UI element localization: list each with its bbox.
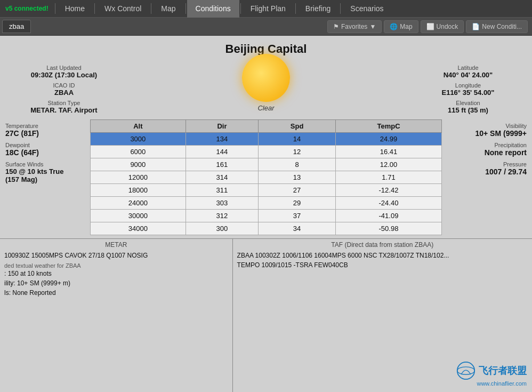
last-updated-value: 09:30Z (17:30 Local) [11,71,117,79]
visibility-value: 10+ SM (9999+ [455,129,527,138]
surface-winds-value: 150 @ 10 kts True [5,167,77,175]
table-row[interactable]: 3000031237-41.09 [91,210,442,222]
watermark-url: www.chinaflier.com [477,380,527,387]
new-condition-icon: 📄 [472,23,480,30]
chevron-down-icon: ▼ [369,23,376,30]
metar-header: METAR [4,241,228,249]
icao-label: ICAO ID [11,82,117,89]
taf-text: ZBAA 100302Z 1006/1106 16004MPS 6000 NSC… [237,251,528,260]
tab-zbaa[interactable]: zbaa [2,20,31,33]
nav-map[interactable]: Map [152,0,184,18]
precipitation-value: None report [455,148,527,157]
wind-table: Alt Dir Spd TempC 30001341424.9960001441… [90,119,442,235]
latitude-value: N40° 04' 24.00" [415,71,521,79]
globe-icon: 🌐 [390,23,398,30]
nav-divider-5 [240,3,241,14]
last-updated-label: Last Updated [11,65,117,71]
nav-divider-7 [340,3,341,14]
dewpoint-value: 18C (64F) [5,148,77,157]
weather-description: Clear [257,104,274,112]
metar-line2: ility: 10+ SM (9999+ m) [4,278,228,288]
taf-panel: TAF (Direct data from station ZBAA) ZBAA… [233,239,532,392]
surface-winds-label: Surface Winds [5,161,77,167]
conditions-left-panel: Temperature 27C (81F) Dewpoint 18C (64F)… [0,116,83,186]
nav-conditions[interactable]: Conditions [187,0,239,18]
longitude-label: Longitude [415,82,521,89]
right-info-panel: Latitude N40° 04' 24.00" Longitude E116°… [415,61,521,114]
table-row[interactable]: 9000161812.00 [91,158,442,171]
surface-winds-mag: (157 Mag) [5,175,77,183]
col-tempc: TempC [335,120,441,133]
map-button[interactable]: 🌐 Map [384,20,418,33]
station-type-label: Station Type [11,100,117,106]
col-alt: Alt [91,120,186,133]
visibility-label: Visibility [455,123,527,129]
wind-table-section: Alt Dir Spd TempC 30001341424.9960001441… [83,116,449,238]
taf-header: TAF (Direct data from station ZBAA) [237,241,528,249]
pressure-value: 1007 / 29.74 [455,167,527,176]
temperature-value: 27C (81F) [5,129,77,138]
table-header-row: Alt Dir Spd TempC [91,120,442,133]
favorites-button[interactable]: ⚑ Favorites ▼ [327,20,382,33]
svg-point-1 [457,367,474,374]
metar-text: 100930Z 15005MPS CAVOK 27/18 Q1007 NOSIG [4,251,228,260]
undock-icon: ⬜ [426,23,434,30]
undock-label: Undock [437,23,458,30]
nav-divider-3 [151,3,151,14]
main-content: Beijing Capital Last Updated 09:30Z (17:… [0,36,532,392]
metar-line3: ls: None Reported [4,288,228,298]
bottom-section: METAR 100930Z 15005MPS CAVOK 27/18 Q1007… [0,238,532,392]
left-info-panel: Last Updated 09:30Z (17:30 Local) ICAO I… [11,61,117,114]
pressure-label: Pressure [455,161,527,167]
bookmark-icon: ⚑ [333,23,339,30]
icao-value: ZBAA [11,89,117,97]
station-type-value: METAR. TAF. Airport [11,106,117,114]
nav-flight-plan[interactable]: Flight Plan [242,0,294,18]
col-dir: Dir [186,120,258,133]
table-row[interactable]: 3400030034-50.98 [91,222,442,235]
nav-divider-6 [295,3,296,14]
top-navigation: v5 connected! Home Wx Control Map Condit… [0,0,532,18]
watermark-top: 飞行者联盟 [456,361,527,380]
svg-point-0 [457,362,474,379]
connected-status: v5 connected! [0,5,54,12]
nav-divider-1 [55,3,55,14]
metar-decoded-label: ded textual weather for ZBAA [4,262,228,269]
table-row[interactable]: 1800031127-12.42 [91,184,442,197]
nav-scenarios[interactable]: Scenarios [342,0,392,18]
sun-icon [242,54,290,102]
table-row[interactable]: 30001341424.99 [91,133,442,146]
temperature-label: Temperature [5,123,77,129]
nav-wx-control[interactable]: Wx Control [96,0,150,18]
new-condition-label: New Conditi... [482,23,522,30]
table-row[interactable]: 60001441216.41 [91,146,442,158]
map-label: Map [400,23,412,30]
watermark-text: 飞行者联盟 [479,364,527,377]
table-row[interactable]: 12000314131.71 [91,171,442,184]
longitude-value: E116° 35' 54.00" [415,89,521,97]
nav-divider-2 [94,3,95,14]
precipitation-label: Precipitation [455,142,527,148]
nav-briefing[interactable]: Briefing [297,0,339,18]
nav-divider-4 [186,3,186,14]
col-spd: Spd [259,120,336,133]
conditions-right-panel: Visibility 10+ SM (9999+ Precipitation N… [449,116,532,178]
metar-line1: : 150 at 10 knots [4,269,228,278]
dewpoint-label: Dewpoint [5,142,77,148]
metar-panel: METAR 100930Z 15005MPS CAVOK 27/18 Q1007… [0,239,233,392]
weather-graphic: Clear [242,54,290,112]
latitude-label: Latitude [415,65,521,71]
chinaflier-logo-icon [456,361,475,380]
undock-button[interactable]: ⬜ Undock [421,20,464,33]
watermark: 飞行者联盟 www.chinaflier.com [456,361,527,387]
nav-home[interactable]: Home [57,0,93,18]
favorites-label: Favorites [341,23,367,30]
elevation-value: 115 ft (35 m) [415,106,521,114]
elevation-label: Elevation [415,100,521,106]
table-row[interactable]: 2400030329-24.40 [91,197,442,210]
tab-bar: zbaa ⚑ Favorites ▼ 🌐 Map ⬜ Undock 📄 New … [0,18,532,36]
info-section: Last Updated 09:30Z (17:30 Local) ICAO I… [0,59,532,116]
taf-line2: TEMPO 1009/1015 -TSRA FEW040CB [237,260,528,270]
table-body: 30001341424.9960001441216.419000161812.0… [91,133,442,235]
new-condition-button[interactable]: 📄 New Conditi... [466,20,528,33]
